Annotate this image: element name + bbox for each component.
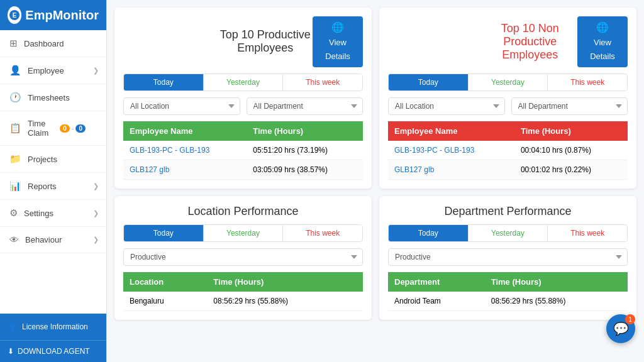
chevron-right-icon: ❯ — [93, 236, 99, 244]
table-row: Bengaluru08:56:29 hrs (55.88%) — [123, 292, 363, 311]
badge-orange: 0 — [60, 124, 70, 133]
sidebar-item-label: Projects — [28, 155, 57, 164]
sidebar: E EmpMonitor ⊞ Dashboard 👤 Employee ❯ 🕐 … — [0, 0, 107, 362]
location-table: Location Time (Hours) Bengaluru08:56:29 … — [123, 272, 363, 311]
location-col-time: Time (Hours) — [207, 272, 363, 292]
badge-blue: 0 — [75, 124, 86, 133]
time-cell: 00:04:10 hrs (0.87%) — [514, 141, 628, 160]
department-cell: Android Team — [388, 292, 485, 311]
main-content: Top 10 Productive Employees 🌐 View Detai… — [107, 0, 644, 362]
logo-icon: E — [8, 6, 21, 24]
time-cell: 08:56:29 hrs (55.88%) — [207, 292, 363, 311]
non-productive-card-title: Top 10 Non Productive Employees — [483, 22, 578, 62]
location-dropdowns: Productive — [123, 248, 363, 266]
productive-table-header: Employee Name Time (Hours) — [123, 121, 363, 141]
sidebar-item-behaviour[interactable]: 👁 Behaviour ❯ — [0, 227, 106, 253]
location-table-header: Location Time (Hours) — [123, 272, 363, 292]
top-row: Top 10 Productive Employees 🌐 View Detai… — [114, 8, 636, 189]
svg-text:E: E — [13, 12, 17, 19]
productive-department-dropdown[interactable]: All Department — [247, 97, 364, 115]
chevron-right-icon: ❯ — [93, 182, 99, 190]
sidebar-item-label: Reports — [28, 182, 57, 191]
sidebar-item-label: Time Claim — [28, 119, 60, 138]
brand-name: EmpMonitor — [25, 8, 99, 23]
location-performance-title: Location Performance — [123, 205, 363, 218]
employee-name-cell[interactable]: GLB-193-PC - GLB-193 — [388, 141, 514, 160]
license-label: License Information — [22, 322, 88, 331]
tab-thisweek-department[interactable]: This week — [548, 225, 627, 241]
department-dropdowns: Productive — [388, 248, 628, 266]
sidebar-nav: ⊞ Dashboard 👤 Employee ❯ 🕐 Timesheets 📋 … — [0, 30, 106, 314]
tab-yesterday-non-productive[interactable]: Yesterday — [469, 74, 548, 90]
employee-icon: 👤 — [9, 65, 21, 76]
department-table: Department Time (Hours) Android Team08:5… — [388, 272, 628, 311]
top-non-productive-card: Top 10 Non Productive Employees 🌐 View D… — [379, 8, 636, 189]
tab-thisweek-non-productive[interactable]: This week — [548, 74, 627, 90]
sidebar-logo[interactable]: E EmpMonitor — [0, 0, 106, 30]
sidebar-item-settings[interactable]: ⚙ Settings ❯ — [0, 200, 106, 227]
non-productive-department-dropdown[interactable]: All Department — [511, 97, 628, 115]
sidebar-item-label: Dashboard — [24, 39, 64, 48]
reports-icon: 📊 — [9, 180, 21, 192]
sidebar-item-reports[interactable]: 📊 Reports ❯ — [0, 173, 106, 200]
non-productive-col-name: Employee Name — [388, 121, 514, 141]
tab-thisweek-productive[interactable]: This week — [283, 74, 362, 90]
tab-today-department[interactable]: Today — [389, 225, 469, 241]
sidebar-item-projects[interactable]: 📁 Projects — [0, 146, 106, 173]
employee-name-cell[interactable]: GLB-193-PC - GLB-193 — [123, 141, 247, 160]
table-row: GLB-193-PC - GLB-19305:51:20 hrs (73.19%… — [123, 141, 363, 160]
non-productive-location-dropdown[interactable]: All Location — [388, 97, 505, 115]
tab-yesterday-productive[interactable]: Yesterday — [204, 74, 284, 90]
sidebar-item-dashboard[interactable]: ⊞ Dashboard — [0, 30, 106, 57]
sidebar-item-timesheets[interactable]: 🕐 Timesheets — [0, 84, 106, 111]
productive-table: Employee Name Time (Hours) GLB-193-PC - … — [123, 121, 363, 180]
department-productive-dropdown[interactable]: Productive — [388, 248, 628, 266]
non-productive-view-details-button[interactable]: 🌐 View Details — [577, 16, 628, 67]
sidebar-item-employee[interactable]: 👤 Employee ❯ — [0, 57, 106, 84]
employee-name-cell[interactable]: GLB127 glb — [388, 160, 514, 179]
dashboard-icon: ⊞ — [9, 38, 18, 49]
tab-yesterday-department[interactable]: Yesterday — [469, 225, 548, 241]
sidebar-item-label: Settings — [24, 209, 53, 218]
table-row: Android Team08:56:29 hrs (55.88%) — [388, 292, 628, 311]
non-productive-dropdowns: All Location All Department — [388, 97, 628, 115]
location-col-name: Location — [123, 272, 207, 292]
sidebar-item-label: Timesheets — [28, 93, 70, 102]
non-productive-card-header: Top 10 Non Productive Employees 🌐 View D… — [388, 16, 628, 67]
time-claim-badges: 0 - 0 — [60, 124, 86, 133]
time-cell: 03:05:09 hrs (38.57%) — [247, 160, 363, 179]
non-productive-col-time: Time (Hours) — [514, 121, 628, 141]
tab-thisweek-location[interactable]: This week — [283, 225, 362, 241]
download-agent-button[interactable]: ⬇ DOWNLOAD AGENT — [0, 340, 106, 362]
table-row: GLB127 glb03:05:09 hrs (38.57%) — [123, 160, 363, 179]
productive-col-time: Time (Hours) — [247, 121, 363, 141]
productive-tabs: Today Yesterday This week — [123, 74, 363, 91]
productive-dropdowns: All Location All Department — [123, 97, 363, 115]
license-information[interactable]: 👤 License Information — [0, 314, 106, 340]
productive-col-name: Employee Name — [123, 121, 247, 141]
location-productive-dropdown[interactable]: Productive — [123, 248, 363, 266]
productive-location-dropdown[interactable]: All Location — [123, 97, 240, 115]
productive-view-details-button[interactable]: 🌐 View Details — [313, 16, 363, 67]
time-cell: 05:51:20 hrs (73.19%) — [247, 141, 363, 160]
tab-today-location[interactable]: Today — [124, 225, 204, 241]
bottom-row: Location Performance Today Yesterday Thi… — [114, 196, 636, 320]
tab-today-productive[interactable]: Today — [124, 74, 204, 90]
department-performance-card: Department Performance Today Yesterday T… — [379, 196, 636, 320]
globe-icon: 🌐 — [596, 21, 609, 35]
non-productive-table-header: Employee Name Time (Hours) — [388, 121, 628, 141]
download-label: DOWNLOAD AGENT — [18, 347, 90, 356]
tab-yesterday-location[interactable]: Yesterday — [204, 225, 284, 241]
chat-button[interactable]: 💬 1 — [606, 314, 635, 343]
department-performance-title: Department Performance — [388, 205, 628, 218]
behaviour-icon: 👁 — [9, 234, 19, 245]
sidebar-item-time-claim[interactable]: 📋 Time Claim 0 - 0 — [0, 111, 106, 146]
projects-icon: 📁 — [9, 153, 21, 165]
department-tabs: Today Yesterday This week — [388, 224, 628, 242]
settings-icon: ⚙ — [9, 207, 18, 219]
employee-name-cell[interactable]: GLB127 glb — [123, 160, 247, 179]
tab-today-non-productive[interactable]: Today — [389, 74, 469, 90]
chat-notification-badge: 1 — [625, 314, 635, 324]
chat-icon: 💬 — [613, 321, 629, 336]
time-cell: 08:56:29 hrs (55.88%) — [485, 292, 628, 311]
